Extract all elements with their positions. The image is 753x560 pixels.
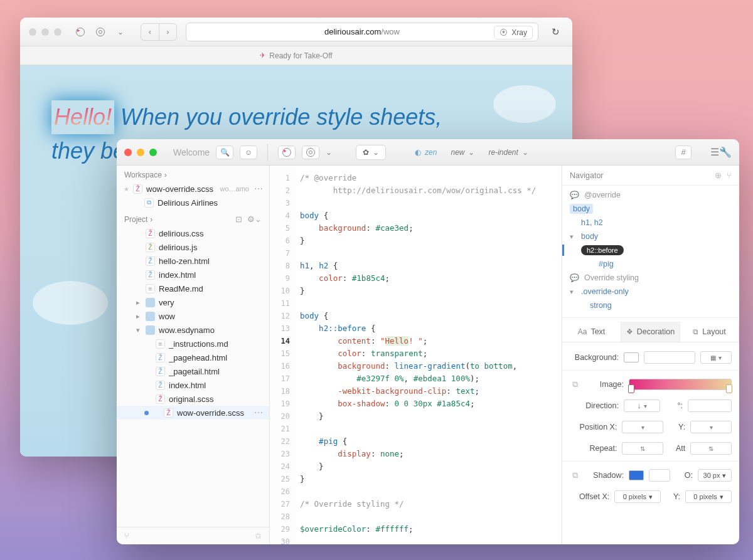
project-header[interactable]: Project› ⊡⚙⌄ bbox=[117, 209, 269, 226]
file-icon: Ž bbox=[156, 394, 165, 404]
sidebar-item-original-scss[interactable]: Žoriginal.scss bbox=[117, 392, 269, 406]
sidebar-item-wow-override-scss[interactable]: Žwow-override.scss⋯ bbox=[117, 406, 269, 420]
modified-dot-icon bbox=[144, 411, 149, 415]
duplicate-icon[interactable]: ⧉ bbox=[570, 379, 580, 389]
compass-icon[interactable] bbox=[278, 145, 296, 159]
compass-icon[interactable] bbox=[73, 24, 88, 40]
sidebar-item-_pagehead-html[interactable]: Ž_pagehead.html bbox=[117, 351, 269, 364]
rocket-icon: ✈ bbox=[260, 51, 265, 60]
filter-icon[interactable]: ⑂ bbox=[124, 531, 129, 541]
disclosure-icon[interactable]: ▾ bbox=[134, 326, 142, 334]
tab-decoration[interactable]: ❖Decoration bbox=[621, 322, 680, 342]
repeat-select[interactable]: ⇅ bbox=[622, 442, 663, 455]
sidebar-item-wow[interactable]: ▸ wow bbox=[117, 309, 269, 323]
sidebar-item-delirious-js[interactable]: Ždelirious.js bbox=[117, 240, 269, 254]
image-label: Image: bbox=[585, 380, 624, 389]
navigator-item[interactable]: ▾body bbox=[562, 230, 739, 243]
sidebar-item-_pagetail-html[interactable]: Ž_pagetail.html bbox=[117, 364, 269, 378]
tab-layout[interactable]: ⧉Layout bbox=[680, 322, 739, 342]
browser-tabbar[interactable]: ✈ Ready for Take-Off bbox=[20, 46, 572, 65]
layout-icon: ⧉ bbox=[693, 327, 698, 336]
shadow-size-field[interactable]: 30 px▾ bbox=[698, 469, 732, 482]
reindent-dropdown[interactable]: re-indent⌄ bbox=[484, 145, 531, 160]
target-icon[interactable] bbox=[302, 145, 319, 159]
xray-button[interactable]: ⦿Xray bbox=[494, 26, 533, 40]
sidebar-item-delirious-css[interactable]: Ždelirious.css bbox=[117, 226, 269, 240]
posy-select[interactable]: ▾ bbox=[690, 421, 732, 433]
sidebar-item-wow-esdynamo[interactable]: ▾ wow.esdynamo bbox=[117, 323, 269, 337]
text-icon: Aa bbox=[578, 327, 587, 336]
offsetx-field[interactable]: 0 pixels▾ bbox=[614, 490, 661, 503]
navigator-item[interactable]: 💬Override styling bbox=[562, 271, 739, 285]
code-editor[interactable]: 1234567891011121314151617181920212223242… bbox=[270, 166, 562, 544]
sidebar-item-_instructions-md[interactable]: ≡_instructions.md bbox=[117, 337, 269, 351]
gear-dropdown[interactable]: ✿⌄ bbox=[356, 145, 386, 160]
navigator-item[interactable]: h2::before bbox=[562, 243, 739, 257]
sidebar-item-wow-override-scss[interactable]: ★Žwow-override.scsswo…amo⋯ bbox=[117, 182, 269, 196]
disclosure-icon[interactable]: ▾ bbox=[570, 288, 576, 296]
face-icon[interactable]: ☺ bbox=[240, 145, 257, 159]
navigator-item[interactable]: strong bbox=[562, 298, 739, 312]
file-icon: ⧉ bbox=[144, 198, 154, 208]
file-icon: Ž bbox=[146, 229, 155, 238]
file-icon: Ž bbox=[156, 367, 165, 376]
background-field[interactable] bbox=[644, 351, 695, 364]
navigator-item[interactable]: #pig bbox=[562, 257, 739, 271]
hash-button[interactable]: # bbox=[675, 145, 692, 159]
navigator-item[interactable]: ▾.override-only bbox=[562, 285, 739, 298]
sidebar-item-very[interactable]: ▸ very bbox=[117, 295, 269, 309]
offsetx-label: Offset X: bbox=[570, 492, 609, 501]
inspector-tabs: AaText ❖Decoration ⧉Layout bbox=[562, 322, 739, 342]
direction-deg-field[interactable] bbox=[688, 399, 732, 412]
background-picker[interactable]: ▦▾ bbox=[700, 351, 732, 364]
background-swatch[interactable] bbox=[624, 352, 639, 362]
url-bar[interactable]: deliriousair.com/wow ⦿Xray bbox=[186, 23, 538, 41]
sidebar-item-hello-zen-html[interactable]: Žhello-zen.html bbox=[117, 254, 269, 268]
zen-button[interactable]: ◐zen bbox=[411, 145, 441, 160]
project-gear-icon[interactable]: ⚙⌄ bbox=[247, 214, 262, 224]
gear-icon: ✿ bbox=[363, 148, 369, 157]
star-icon[interactable]: ✩ bbox=[255, 531, 262, 541]
duplicate-icon[interactable]: ⧉ bbox=[570, 470, 580, 480]
traffic-lights[interactable] bbox=[29, 28, 61, 36]
disclosure-icon[interactable]: ▾ bbox=[570, 233, 576, 241]
reload-button[interactable]: ↻ bbox=[547, 24, 563, 40]
att-select[interactable]: ⇅ bbox=[690, 442, 732, 455]
gradient-bar[interactable] bbox=[629, 379, 732, 390]
search-icon[interactable]: 🔍 bbox=[216, 145, 233, 159]
code-content[interactable]: /* @override http://deliriousair.com/wow… bbox=[296, 166, 562, 544]
offsety-field[interactable]: 0 pixels▾ bbox=[685, 490, 732, 503]
sidebar-item-readme-md[interactable]: ≡ReadMe.md bbox=[117, 282, 269, 295]
traffic-lights[interactable] bbox=[124, 149, 157, 156]
target-icon[interactable] bbox=[93, 24, 108, 40]
chevron-down-icon[interactable]: ⌄ bbox=[113, 24, 128, 40]
project-tool-icon[interactable]: ⊡ bbox=[235, 214, 242, 224]
tab-text[interactable]: AaText bbox=[562, 322, 621, 342]
add-icon[interactable]: ⊕ bbox=[715, 171, 722, 180]
forward-button[interactable]: › bbox=[159, 24, 176, 40]
disclosure-icon[interactable]: ▸ bbox=[134, 312, 142, 320]
filter-icon[interactable]: ⑂ bbox=[727, 171, 732, 180]
new-dropdown[interactable]: new⌄ bbox=[447, 145, 478, 160]
posx-select[interactable]: ▾ bbox=[622, 421, 663, 433]
file-icon: Ž bbox=[146, 243, 155, 252]
sidebar-item-index-html[interactable]: Žindex.html bbox=[117, 268, 269, 282]
more-icon[interactable]: ⋯ bbox=[254, 408, 263, 418]
settings-icon[interactable]: ☰🔧 bbox=[710, 146, 732, 158]
chevron-down-icon[interactable]: ⌄ bbox=[326, 148, 332, 157]
shadow-field[interactable] bbox=[649, 469, 670, 482]
navigator-item[interactable]: 💬@override bbox=[562, 188, 739, 202]
workspace-header[interactable]: Workspace› bbox=[117, 166, 269, 182]
file-icon: Ž bbox=[164, 408, 173, 418]
disclosure-icon[interactable]: ▸ bbox=[134, 298, 142, 307]
shadow-swatch[interactable] bbox=[629, 470, 644, 480]
more-icon[interactable]: ⋯ bbox=[254, 184, 263, 194]
direction-select[interactable]: ↓▾ bbox=[624, 399, 660, 412]
sidebar-item-delirious-airlines[interactable]: ⧉Delirious Airlines bbox=[117, 196, 269, 209]
sidebar-item-index-html[interactable]: Žindex.html bbox=[117, 378, 269, 392]
back-button[interactable]: ‹ bbox=[141, 24, 159, 40]
navigator-item[interactable]: body bbox=[562, 202, 739, 216]
navigator-item[interactable]: h1, h2 bbox=[562, 216, 739, 230]
url-path: /wow bbox=[381, 27, 400, 36]
file-icon: Ž bbox=[146, 270, 155, 280]
